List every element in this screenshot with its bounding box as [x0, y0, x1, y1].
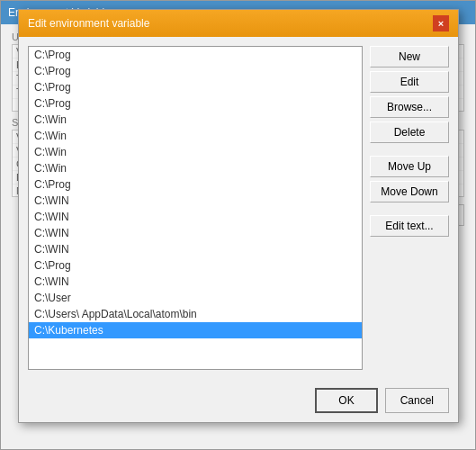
modal-title: Edit environment variable — [28, 17, 149, 30]
list-item[interactable]: C:\Win — [29, 112, 362, 128]
list-item[interactable]: C:\Prog — [29, 257, 362, 274]
modal-titlebar: Edit environment variable × — [19, 10, 458, 37]
list-item[interactable]: C:\WIN — [29, 225, 362, 241]
ok-button[interactable]: OK — [315, 388, 377, 413]
browse-button[interactable]: Browse... — [370, 96, 449, 118]
new-button[interactable]: New — [370, 46, 449, 68]
modal-footer: OK Cancel — [315, 388, 449, 413]
list-item[interactable]: C:\Prog — [29, 47, 362, 63]
delete-button[interactable]: Delete — [370, 122, 449, 143]
edit-button[interactable]: Edit — [370, 71, 449, 93]
edit-text-button[interactable]: Edit text... — [370, 215, 449, 237]
list-item[interactable]: C:\Users\ AppData\Local\atom\bin — [29, 306, 362, 322]
list-item[interactable]: C:\User — [29, 290, 362, 306]
buttons-panel: New Edit Browse... Delete Move Up Move D… — [370, 46, 449, 386]
move-down-button[interactable]: Move Down — [370, 181, 449, 202]
path-list[interactable]: C:\ProgC:\ProgC:\ProgC:\ProgC:\WinC:\Win… — [28, 46, 363, 370]
modal-body: C:\ProgC:\ProgC:\ProgC:\ProgC:\WinC:\Win… — [19, 37, 458, 395]
list-item[interactable]: C:\Win — [29, 160, 362, 176]
list-item[interactable]: C:\WIN — [29, 241, 362, 257]
close-button[interactable]: × — [433, 15, 449, 32]
cancel-button[interactable]: Cancel — [385, 388, 449, 413]
move-up-button[interactable]: Move Up — [370, 156, 449, 177]
list-item[interactable]: C:\Prog — [29, 95, 362, 112]
list-item[interactable]: C:\WIN — [29, 193, 362, 209]
list-item[interactable]: C:\Win — [29, 128, 362, 144]
list-item[interactable]: C:\Win — [29, 144, 362, 160]
modal-dialog: Edit environment variable × C:\ProgC:\Pr… — [18, 9, 459, 423]
list-item[interactable]: C:\Kubernetes — [29, 322, 362, 338]
list-item[interactable]: C:\Prog — [29, 79, 362, 95]
list-item[interactable]: C:\Prog — [29, 63, 362, 79]
list-item[interactable]: C:\Prog — [29, 176, 362, 193]
list-item[interactable]: C:\WIN — [29, 209, 362, 225]
list-item[interactable]: C:\WIN — [29, 274, 362, 290]
